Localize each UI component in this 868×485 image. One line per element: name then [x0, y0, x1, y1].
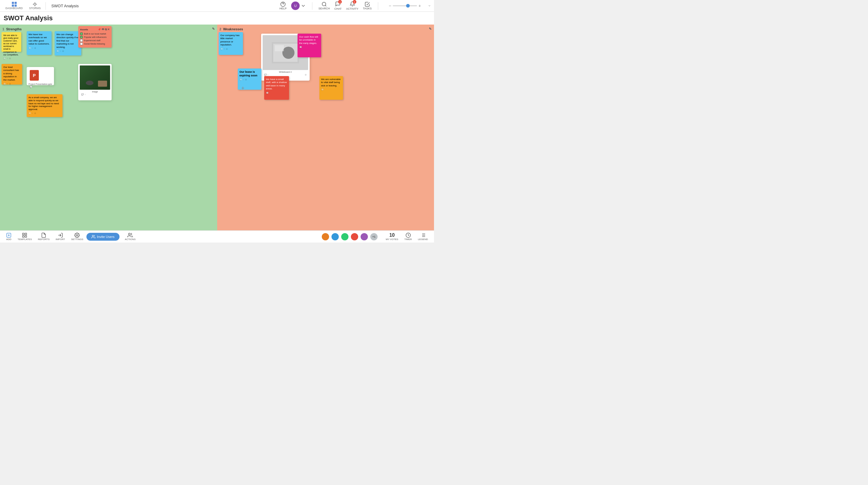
- checklist-item-4: Social Media following: [80, 42, 110, 45]
- note-q1-3[interactable]: We can change direction quickly if we fi…: [55, 31, 81, 56]
- svg-rect-12: [23, 236, 24, 237]
- page-title: SWOT Analysis: [0, 12, 434, 25]
- svg-point-2: [322, 2, 326, 6]
- nav-search[interactable]: SEARCH: [318, 1, 330, 10]
- svg-point-5: [282, 47, 294, 59]
- note-q1-2[interactable]: We have low overheads so we can offer go…: [27, 31, 52, 55]
- checklist-item-3: Experienced staff: [80, 39, 110, 42]
- quadrant-1-edit[interactable]: ✎: [212, 27, 215, 31]
- svg-rect-13: [25, 236, 27, 237]
- my-votes[interactable]: 10 MY VOTES: [383, 232, 401, 241]
- nav-storms[interactable]: STORMS: [27, 2, 43, 10]
- quadrant-weaknesses: 2 Weaknesses ✎ Our company has little ma…: [217, 25, 434, 243]
- invite-users-button[interactable]: Invite Users: [87, 233, 120, 241]
- svg-rect-6: [275, 45, 284, 51]
- note-q1-5[interactable]: As a small company, we are able to respo…: [27, 94, 62, 117]
- tool-import[interactable]: IMPORT: [53, 232, 68, 241]
- svg-point-14: [76, 235, 78, 236]
- nav-tasks[interactable]: TASKS: [363, 1, 372, 10]
- checklist-item-1: Built in our local market: [80, 32, 110, 35]
- note-q1-4[interactable]: Our lead consultant has a strong reputat…: [2, 64, 22, 85]
- checklist-close-icon[interactable]: ✕: [107, 28, 110, 31]
- top-navigation: DASHBOARD STORMS SWOT Analysis HELP U SE…: [0, 0, 434, 12]
- svg-point-15: [92, 235, 93, 236]
- quadrant-2-edit[interactable]: ✎: [429, 27, 432, 31]
- file-card-photo[interactable]: Image 💬↑: [78, 64, 112, 100]
- avatar-5: [360, 232, 369, 241]
- avatar-1: [321, 232, 330, 241]
- user-avatar-nav[interactable]: U: [291, 1, 306, 10]
- checklist-assets[interactable]: Assets 📌 👁 ⧉ ✕ Built in our local market…: [78, 26, 112, 47]
- tool-reports[interactable]: REPORTS: [35, 232, 53, 241]
- legend[interactable]: LEGEND: [415, 232, 431, 241]
- tool-templates[interactable]: TEMPLATES: [14, 232, 35, 241]
- tool-settings[interactable]: SETTINGS: [68, 232, 86, 241]
- note-q2-staff[interactable]: We have a small staff, with a shallow sk…: [264, 76, 289, 100]
- quadrant-strengths: 1 Strengths ✎ We are able to give really…: [0, 25, 217, 243]
- note-q2-cash[interactable]: Our cash flow will be unreliable in the …: [298, 34, 321, 57]
- checklist-item-2: Popular with influencers: [80, 36, 110, 38]
- nav-help[interactable]: HELP: [279, 1, 287, 10]
- svg-rect-10: [23, 233, 24, 235]
- note-q1-1[interactable]: We are able to give really good customer…: [2, 32, 21, 52]
- board: 1 Strengths ✎ We are able to give really…: [0, 25, 434, 243]
- avatar-4: [350, 232, 359, 241]
- svg-point-0: [34, 3, 36, 5]
- quadrant-2-header: 2 Weaknesses ✎: [220, 27, 432, 31]
- checklist-eye-icon: 👁: [102, 28, 104, 31]
- page-nav-title: SWOT Analysis: [51, 4, 79, 8]
- tool-actions[interactable]: ACTIONS: [122, 232, 139, 241]
- note-q2-vulnerable[interactable]: We are vulnerable to vital staff being s…: [319, 76, 343, 100]
- nav-activity[interactable]: 1 ACTIVITY: [346, 1, 359, 10]
- zoom-dropdown[interactable]: [428, 3, 431, 8]
- avatar-2: [331, 232, 339, 241]
- zoom-control[interactable]: − +: [389, 3, 421, 8]
- file-card-ppt[interactable]: P Project Presentation.pptx 💬↑: [27, 67, 54, 85]
- checklist-pin-icon: 📌: [98, 28, 101, 31]
- note-q2-1[interactable]: Our company has little market presence o…: [219, 32, 243, 55]
- avatar-3: [341, 232, 349, 241]
- nav-chat[interactable]: 1 CHAT: [334, 1, 341, 10]
- user-avatars-bar: +1: [321, 232, 378, 241]
- tool-add[interactable]: ADD: [3, 232, 14, 241]
- svg-rect-11: [25, 233, 27, 235]
- svg-point-16: [129, 233, 130, 235]
- add-item-q2[interactable]: +: [241, 85, 245, 92]
- checklist-copy-icon: ⧉: [105, 28, 107, 31]
- avatar-overflow[interactable]: +1: [370, 232, 378, 241]
- bottom-toolbar: ADD TEMPLATES REPORTS IMPORT SETTINGS In…: [0, 230, 434, 243]
- timer[interactable]: TIMER: [401, 232, 415, 241]
- nav-dashboard[interactable]: DASHBOARD: [3, 2, 25, 10]
- nav-right-actions: HELP U SEARCH 1 CHAT 1 ACTIVITY: [279, 1, 431, 10]
